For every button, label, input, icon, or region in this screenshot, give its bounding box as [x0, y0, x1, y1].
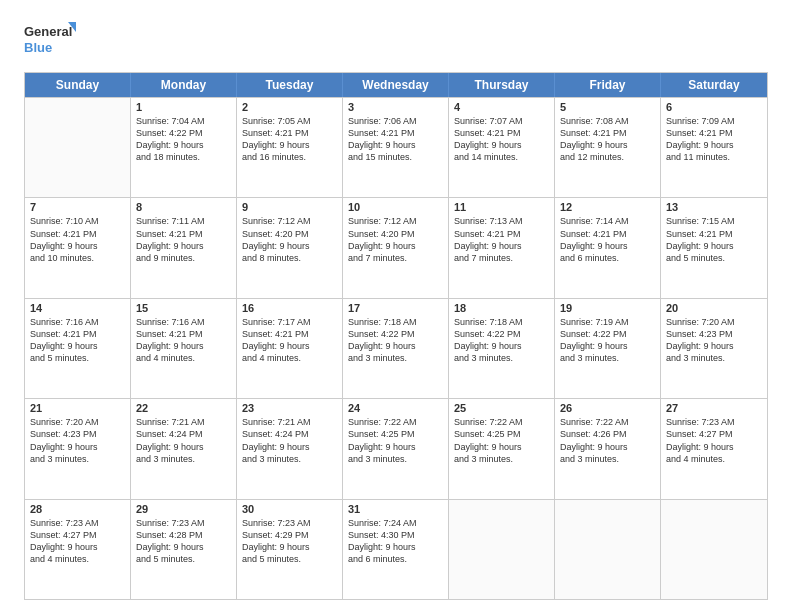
day-number: 28: [30, 503, 125, 515]
day-number: 25: [454, 402, 549, 414]
daylight-text-2: and 4 minutes.: [242, 352, 337, 364]
daylight-text-1: Daylight: 9 hours: [454, 139, 549, 151]
daylight-text-2: and 3 minutes.: [136, 453, 231, 465]
daylight-text-2: and 8 minutes.: [242, 252, 337, 264]
calendar-cell: [449, 500, 555, 599]
daylight-text-1: Daylight: 9 hours: [136, 340, 231, 352]
calendar-header-cell: Friday: [555, 73, 661, 97]
sunrise-text: Sunrise: 7:09 AM: [666, 115, 762, 127]
daylight-text-1: Daylight: 9 hours: [242, 340, 337, 352]
logo-svg: General Blue: [24, 18, 76, 62]
calendar-cell: 19Sunrise: 7:19 AMSunset: 4:22 PMDayligh…: [555, 299, 661, 398]
logo: General Blue: [24, 18, 76, 62]
sunrise-text: Sunrise: 7:10 AM: [30, 215, 125, 227]
sunrise-text: Sunrise: 7:12 AM: [242, 215, 337, 227]
sunrise-text: Sunrise: 7:17 AM: [242, 316, 337, 328]
calendar-cell: 6Sunrise: 7:09 AMSunset: 4:21 PMDaylight…: [661, 98, 767, 197]
calendar-cell: 20Sunrise: 7:20 AMSunset: 4:23 PMDayligh…: [661, 299, 767, 398]
sunset-text: Sunset: 4:21 PM: [454, 228, 549, 240]
daylight-text-1: Daylight: 9 hours: [348, 541, 443, 553]
calendar-header-cell: Sunday: [25, 73, 131, 97]
calendar-week-row: 7Sunrise: 7:10 AMSunset: 4:21 PMDaylight…: [25, 197, 767, 297]
daylight-text-1: Daylight: 9 hours: [242, 240, 337, 252]
sunset-text: Sunset: 4:22 PM: [136, 127, 231, 139]
day-number: 3: [348, 101, 443, 113]
calendar-header-cell: Saturday: [661, 73, 767, 97]
sunrise-text: Sunrise: 7:21 AM: [136, 416, 231, 428]
day-number: 18: [454, 302, 549, 314]
sunset-text: Sunset: 4:27 PM: [30, 529, 125, 541]
sunset-text: Sunset: 4:23 PM: [30, 428, 125, 440]
day-number: 5: [560, 101, 655, 113]
daylight-text-2: and 4 minutes.: [30, 553, 125, 565]
calendar-cell: [555, 500, 661, 599]
sunset-text: Sunset: 4:20 PM: [348, 228, 443, 240]
daylight-text-1: Daylight: 9 hours: [454, 240, 549, 252]
daylight-text-2: and 11 minutes.: [666, 151, 762, 163]
sunset-text: Sunset: 4:24 PM: [136, 428, 231, 440]
daylight-text-1: Daylight: 9 hours: [666, 240, 762, 252]
daylight-text-1: Daylight: 9 hours: [454, 441, 549, 453]
calendar-cell: 22Sunrise: 7:21 AMSunset: 4:24 PMDayligh…: [131, 399, 237, 498]
daylight-text-2: and 5 minutes.: [242, 553, 337, 565]
sunset-text: Sunset: 4:30 PM: [348, 529, 443, 541]
sunset-text: Sunset: 4:26 PM: [560, 428, 655, 440]
daylight-text-1: Daylight: 9 hours: [666, 340, 762, 352]
sunrise-text: Sunrise: 7:15 AM: [666, 215, 762, 227]
sunrise-text: Sunrise: 7:24 AM: [348, 517, 443, 529]
sunrise-text: Sunrise: 7:04 AM: [136, 115, 231, 127]
sunset-text: Sunset: 4:25 PM: [454, 428, 549, 440]
daylight-text-2: and 5 minutes.: [30, 352, 125, 364]
sunset-text: Sunset: 4:25 PM: [348, 428, 443, 440]
day-number: 30: [242, 503, 337, 515]
daylight-text-1: Daylight: 9 hours: [136, 441, 231, 453]
day-number: 1: [136, 101, 231, 113]
daylight-text-1: Daylight: 9 hours: [242, 139, 337, 151]
daylight-text-2: and 9 minutes.: [136, 252, 231, 264]
day-number: 29: [136, 503, 231, 515]
daylight-text-2: and 12 minutes.: [560, 151, 655, 163]
sunset-text: Sunset: 4:21 PM: [136, 228, 231, 240]
sunrise-text: Sunrise: 7:23 AM: [666, 416, 762, 428]
sunset-text: Sunset: 4:21 PM: [560, 127, 655, 139]
daylight-text-2: and 3 minutes.: [560, 453, 655, 465]
sunset-text: Sunset: 4:20 PM: [242, 228, 337, 240]
daylight-text-1: Daylight: 9 hours: [560, 240, 655, 252]
daylight-text-2: and 3 minutes.: [560, 352, 655, 364]
calendar-cell: 7Sunrise: 7:10 AMSunset: 4:21 PMDaylight…: [25, 198, 131, 297]
day-number: 20: [666, 302, 762, 314]
sunset-text: Sunset: 4:27 PM: [666, 428, 762, 440]
header: General Blue: [24, 18, 768, 62]
daylight-text-2: and 3 minutes.: [454, 352, 549, 364]
calendar-header-cell: Wednesday: [343, 73, 449, 97]
sunrise-text: Sunrise: 7:23 AM: [136, 517, 231, 529]
daylight-text-2: and 4 minutes.: [136, 352, 231, 364]
sunset-text: Sunset: 4:21 PM: [348, 127, 443, 139]
calendar-header-cell: Monday: [131, 73, 237, 97]
calendar-cell: 4Sunrise: 7:07 AMSunset: 4:21 PMDaylight…: [449, 98, 555, 197]
day-number: 19: [560, 302, 655, 314]
calendar-body: 1Sunrise: 7:04 AMSunset: 4:22 PMDaylight…: [25, 97, 767, 599]
sunrise-text: Sunrise: 7:16 AM: [136, 316, 231, 328]
sunrise-text: Sunrise: 7:23 AM: [30, 517, 125, 529]
calendar-week-row: 1Sunrise: 7:04 AMSunset: 4:22 PMDaylight…: [25, 97, 767, 197]
calendar-cell: 5Sunrise: 7:08 AMSunset: 4:21 PMDaylight…: [555, 98, 661, 197]
daylight-text-2: and 7 minutes.: [454, 252, 549, 264]
day-number: 21: [30, 402, 125, 414]
daylight-text-2: and 3 minutes.: [30, 453, 125, 465]
daylight-text-1: Daylight: 9 hours: [348, 340, 443, 352]
calendar-cell: 25Sunrise: 7:22 AMSunset: 4:25 PMDayligh…: [449, 399, 555, 498]
day-number: 11: [454, 201, 549, 213]
calendar-cell: 16Sunrise: 7:17 AMSunset: 4:21 PMDayligh…: [237, 299, 343, 398]
daylight-text-2: and 7 minutes.: [348, 252, 443, 264]
sunrise-text: Sunrise: 7:18 AM: [348, 316, 443, 328]
calendar-cell: 3Sunrise: 7:06 AMSunset: 4:21 PMDaylight…: [343, 98, 449, 197]
day-number: 17: [348, 302, 443, 314]
calendar-cell: 12Sunrise: 7:14 AMSunset: 4:21 PMDayligh…: [555, 198, 661, 297]
day-number: 4: [454, 101, 549, 113]
calendar: SundayMondayTuesdayWednesdayThursdayFrid…: [24, 72, 768, 600]
calendar-cell: 11Sunrise: 7:13 AMSunset: 4:21 PMDayligh…: [449, 198, 555, 297]
daylight-text-1: Daylight: 9 hours: [136, 139, 231, 151]
sunset-text: Sunset: 4:29 PM: [242, 529, 337, 541]
calendar-week-row: 28Sunrise: 7:23 AMSunset: 4:27 PMDayligh…: [25, 499, 767, 599]
